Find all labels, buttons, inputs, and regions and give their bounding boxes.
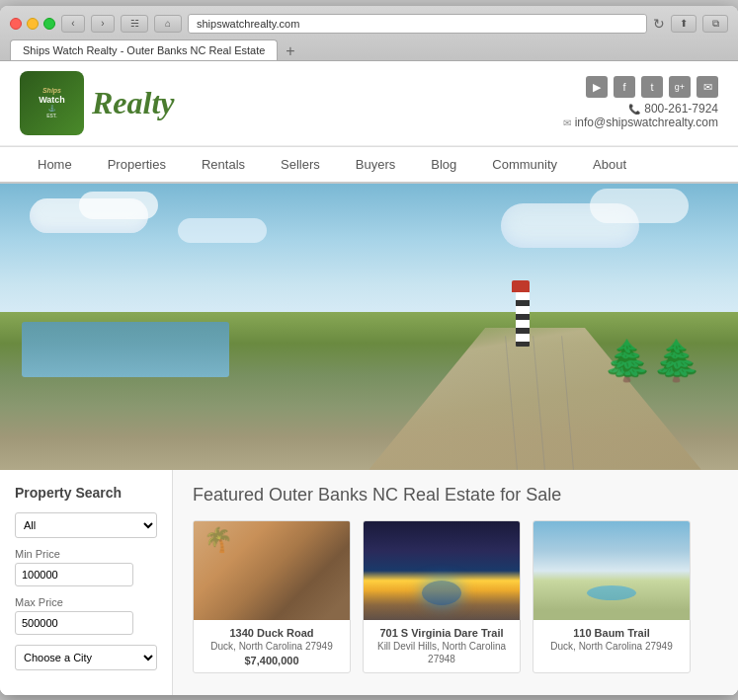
forward-button[interactable]: ›: [91, 15, 115, 33]
section-title: Featured Outer Banks NC Real Estate for …: [193, 485, 718, 506]
browser-window: ‹ › ☵ ⌂ ↻ ⬆ ⧉ Ships Watch Realty - Outer…: [0, 6, 738, 695]
minimize-button[interactable]: [27, 18, 39, 30]
nav-properties[interactable]: Properties: [90, 147, 184, 182]
trees-right: 🌲🌲: [603, 338, 701, 384]
social-icons: ▶ f t g+ ✉: [563, 76, 718, 98]
logo-badge: Ships Watch ⚓ EST.: [20, 71, 84, 135]
phone-line: 📞 800-261-7924: [563, 102, 718, 116]
type-filter-select[interactable]: All Houses Condos Land: [15, 512, 157, 538]
listing-address-2: 701 S Virginia Dare Trail: [371, 626, 512, 640]
nav-about[interactable]: About: [575, 147, 644, 182]
max-price-input[interactable]: [15, 611, 133, 635]
nav-community[interactable]: Community: [474, 147, 575, 182]
nav-blog[interactable]: Blog: [413, 147, 474, 182]
maximize-button[interactable]: [43, 18, 55, 30]
logo-badge-inner: Ships Watch ⚓ EST.: [39, 87, 65, 118]
listing-city-2: Kill Devil Hills, North Carolina 27948: [371, 640, 512, 665]
lighthouse-tower: [516, 292, 530, 347]
listing-city-1: Duck, North Carolina 27949: [202, 640, 342, 653]
nav-home[interactable]: Home: [20, 147, 90, 182]
email-address: info@shipswatchrealty.com: [575, 116, 718, 129]
site-header: Ships Watch ⚓ EST. Realty ▶ f: [0, 61, 738, 146]
phone-number: 800-261-7924: [644, 102, 718, 116]
mail-icon[interactable]: ✉: [697, 76, 718, 98]
refresh-button[interactable]: ↻: [653, 16, 665, 32]
listing-address-1: 1340 Duck Road: [202, 626, 342, 640]
reader-button[interactable]: ☵: [121, 15, 148, 33]
nav-sellers[interactable]: Sellers: [263, 147, 338, 182]
max-price-label: Max Price: [15, 596, 157, 608]
phone-icon: 📞: [628, 104, 640, 115]
home-button[interactable]: ⌂: [154, 15, 182, 33]
logo-text: Realty: [92, 85, 175, 121]
new-tab-button[interactable]: +: [280, 42, 300, 60]
type-filter-group: All Houses Condos Land: [15, 512, 157, 538]
cloud-4: [590, 189, 689, 223]
water-channel: [22, 322, 228, 377]
cloud-2: [79, 192, 158, 219]
tab-label: Ships Watch Realty - Outer Banks NC Real…: [23, 44, 265, 56]
close-button[interactable]: [10, 18, 22, 30]
listing-image-1: 🌴: [194, 521, 350, 620]
hero-lighthouse: [514, 280, 532, 350]
city-filter-group: Choose a City Duck Kitty Hawk Kill Devil…: [15, 645, 157, 670]
youtube-icon[interactable]: ▶: [586, 76, 608, 98]
logo-area: Ships Watch ⚓ EST. Realty: [20, 71, 175, 135]
website-content: Ships Watch ⚓ EST. Realty ▶ f: [0, 61, 738, 695]
share-button[interactable]: ⬆: [671, 15, 697, 33]
googleplus-icon[interactable]: g+: [669, 76, 691, 98]
lighthouse-top: [512, 280, 530, 292]
max-price-group: Max Price: [15, 596, 157, 635]
listing-address-3: 110 Baum Trail: [541, 626, 682, 640]
property-search-sidebar: Property Search All Houses Condos Land M…: [0, 470, 173, 695]
min-price-group: Min Price: [15, 548, 157, 586]
min-price-input[interactable]: [15, 563, 133, 586]
email-line: ✉ info@shipswatchrealty.com: [563, 116, 718, 129]
email-icon: ✉: [563, 117, 571, 128]
palm-icon: 🌴: [204, 526, 233, 554]
browser-tabs: Ships Watch Realty - Outer Banks NC Real…: [10, 39, 728, 60]
active-tab[interactable]: Ships Watch Realty - Outer Banks NC Real…: [10, 39, 278, 60]
browser-chrome: ‹ › ☵ ⌂ ↻ ⬆ ⧉ Ships Watch Realty - Outer…: [0, 6, 738, 61]
hero-image: 🌲🌲: [0, 184, 738, 470]
twitter-icon[interactable]: t: [641, 76, 663, 98]
expand-button[interactable]: ⧉: [702, 15, 728, 33]
content-area: Property Search All Houses Condos Land M…: [0, 470, 738, 695]
nav-rentals[interactable]: Rentals: [184, 147, 263, 182]
listing-image-2: [364, 521, 520, 620]
listing-card-2[interactable]: 701 S Virginia Dare Trail Kill Devil Hil…: [363, 520, 521, 673]
contact-info: ▶ f t g+ ✉ 📞 8: [563, 76, 718, 129]
listing-image-3: [533, 521, 690, 620]
sidebar-title: Property Search: [15, 485, 157, 501]
listing-info-1: 1340 Duck Road Duck, North Carolina 2794…: [194, 620, 350, 672]
facebook-icon[interactable]: f: [614, 76, 635, 98]
min-price-label: Min Price: [15, 548, 157, 560]
main-content: Featured Outer Banks NC Real Estate for …: [173, 470, 738, 695]
back-button[interactable]: ‹: [61, 15, 85, 33]
hero-marsh: [0, 312, 738, 470]
address-bar[interactable]: [188, 14, 647, 34]
pool-aerial: [587, 585, 636, 600]
listing-info-3: 110 Baum Trail Duck, North Carolina 2794…: [533, 620, 690, 659]
cloud-5: [178, 218, 267, 243]
pool-glow: [422, 581, 461, 605]
listing-city-3: Duck, North Carolina 27949: [541, 640, 682, 653]
traffic-lights: [10, 18, 55, 30]
listing-info-2: 701 S Virginia Dare Trail Kill Devil Hil…: [364, 620, 520, 671]
site-navigation: Home Properties Rentals Sellers Buyers B…: [0, 146, 738, 184]
browser-toolbar: ‹ › ☵ ⌂ ↻ ⬆ ⧉: [10, 14, 728, 34]
listing-price-1: $7,400,000: [202, 655, 342, 666]
city-filter-select[interactable]: Choose a City Duck Kitty Hawk Kill Devil…: [15, 645, 157, 670]
nav-buyers[interactable]: Buyers: [338, 147, 413, 182]
listing-card-1[interactable]: 🌴 1340 Duck Road Duck, North Carolina 27…: [193, 520, 351, 673]
listing-card-3[interactable]: 110 Baum Trail Duck, North Carolina 2794…: [533, 520, 691, 673]
listings-grid: 🌴 1340 Duck Road Duck, North Carolina 27…: [193, 520, 718, 673]
